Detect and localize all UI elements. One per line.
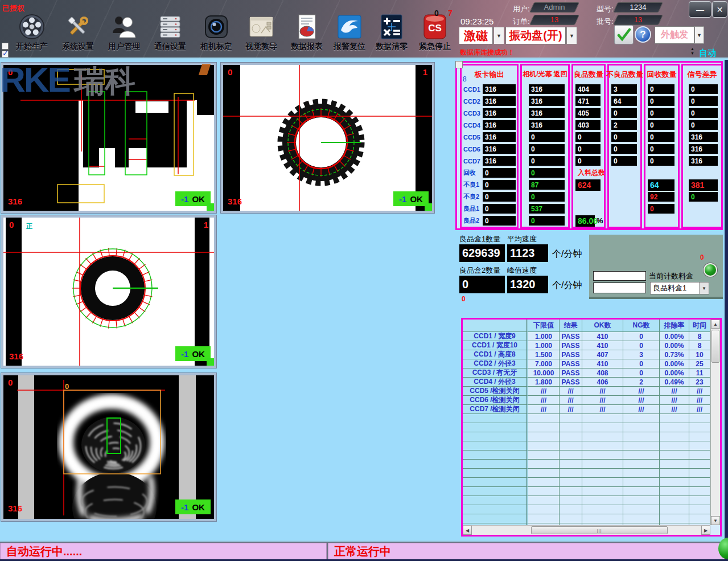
results-cell: /// <box>582 387 623 396</box>
cam3-result-badge: -1OK <box>175 346 211 361</box>
vision-teaching-button[interactable]: 视觉教导 <box>239 14 283 52</box>
results-item-name <box>463 460 528 469</box>
vscroll-thumb[interactable] <box>711 330 719 363</box>
minimize-button[interactable]: — <box>689 1 711 18</box>
stats-row: CCD7316 <box>462 155 517 167</box>
stats-row: 316 <box>683 155 721 167</box>
data-report-button[interactable]: 数据报表 <box>285 14 329 52</box>
stats-row: 0 <box>645 155 678 167</box>
results-row <box>463 478 710 487</box>
communication-settings-button[interactable]: 通信设置 <box>148 14 192 52</box>
results-cell: 0.00% <box>660 359 689 368</box>
results-cell: PASS <box>560 341 582 350</box>
stats-value: 0 <box>611 132 637 142</box>
stats-checkbox[interactable] <box>455 61 463 68</box>
scroll-left-arrow[interactable]: ◀ <box>463 526 472 535</box>
results-item-name <box>463 496 528 505</box>
results-cell <box>660 441 689 451</box>
reset-icon <box>336 14 363 40</box>
trigger-dropdown-arrow[interactable]: ▼ <box>694 26 704 44</box>
results-row <box>463 460 710 469</box>
results-cell: 23 <box>689 378 710 387</box>
results-item-name <box>463 441 528 451</box>
tool-label: 相机标定 <box>194 42 238 52</box>
results-hscrollbar[interactable]: ◀ ||| ▶ <box>463 525 710 535</box>
order-field: 13 <box>529 15 579 25</box>
stats-value: 316 <box>483 144 516 154</box>
results-cell <box>689 423 710 432</box>
results-cell <box>623 469 660 478</box>
results-cell <box>660 514 689 523</box>
stats-value: 0 <box>529 156 565 166</box>
results-vscrollbar[interactable]: ▲ ▼ <box>710 320 720 525</box>
stats-row: 0 <box>645 83 678 95</box>
results-item-name <box>463 451 528 460</box>
results-cell <box>689 460 710 469</box>
results-cell <box>582 432 623 441</box>
results-cell <box>528 505 560 514</box>
system-settings-button[interactable]: 系统设置 <box>56 14 100 52</box>
results-cell <box>689 514 710 523</box>
order-label: 订单: <box>513 17 530 27</box>
results-row <box>463 487 710 496</box>
vibration-dropdown-arrow[interactable]: ▼ <box>566 27 577 44</box>
vibration-plate-button[interactable]: 振动盘(开) <box>505 27 566 44</box>
tool-label: 数据报表 <box>285 42 329 52</box>
stats-group: 回收数量000000064920 <box>644 64 680 228</box>
results-row <box>463 505 710 514</box>
stats-group: 良品数量404471405403000入料总数62486.06% <box>571 64 606 228</box>
stats-value: 0 <box>611 156 637 166</box>
scroll-right-arrow[interactable]: ▶ <box>701 526 710 535</box>
user-management-button[interactable]: 用户管理 <box>102 14 146 52</box>
tray-input-1[interactable] <box>593 271 646 281</box>
stats-row: 0 <box>573 131 604 143</box>
results-cell: 0.00% <box>660 368 689 378</box>
box2-count-label: 良品盒2数量 <box>459 265 500 276</box>
stats-value: 0 <box>529 192 565 202</box>
tray-input-2[interactable] <box>593 282 646 293</box>
stats-row: 316 <box>522 83 568 95</box>
stats-value: 0 <box>529 216 565 226</box>
alarm-reset-button[interactable]: 报警复位 <box>327 14 372 52</box>
tool-label: 报警复位 <box>327 42 372 52</box>
camera-view-1: 0 316 -1OK <box>1 63 216 213</box>
stats-row: 良品20 <box>462 215 517 227</box>
hscroll-thumb[interactable]: ||| <box>531 526 668 534</box>
scroll-down-arrow[interactable]: ▼ <box>711 516 720 525</box>
stats-row: 404 <box>573 83 604 95</box>
results-cell <box>660 478 689 487</box>
excite-button[interactable]: 激磁 <box>459 27 493 44</box>
start-production-button[interactable]: 开始生产 <box>10 14 54 52</box>
help-button[interactable]: ? <box>635 26 651 43</box>
stats-value: 0 <box>689 108 718 118</box>
cam2-count: 316 <box>228 196 242 206</box>
auto-spinner[interactable]: ▲▼ <box>690 47 694 56</box>
results-cell <box>560 451 582 460</box>
stats-value: 0 <box>648 120 674 130</box>
trigger-mode-select[interactable]: 外触发 <box>655 26 694 44</box>
scroll-up-arrow[interactable]: ▲ <box>711 320 720 329</box>
stats-value: 3 <box>611 84 637 94</box>
results-cell <box>560 487 582 496</box>
stats-row-label: CCD7 <box>462 158 483 165</box>
data-clear-button[interactable]: 数据清零 <box>369 14 414 52</box>
close-button[interactable]: ✕ <box>712 1 727 18</box>
stats-value: 0 <box>575 144 601 154</box>
confirm-button[interactable] <box>614 25 634 44</box>
stats-row: 316 <box>522 119 568 131</box>
toolbar-checkbox-2[interactable]: ✓ <box>2 51 9 58</box>
camera-2-image <box>223 65 432 211</box>
results-cell: 8 <box>689 332 710 341</box>
results-cell <box>528 514 560 523</box>
stats-value: 0 <box>575 132 601 142</box>
vision-icon <box>248 14 274 40</box>
box1-count-label: 良品盒1数量 <box>459 234 500 244</box>
tray-select[interactable]: 良品料盒1 ▼ <box>650 282 709 294</box>
tray-select-arrow[interactable]: ▼ <box>699 282 709 294</box>
camera-calibration-button[interactable]: 相机标定 <box>194 14 238 52</box>
stats-row-label: 良品2 <box>462 216 483 225</box>
results-cell <box>528 478 560 487</box>
emergency-stop-button[interactable]: CS 紧急停止 <box>413 14 457 52</box>
stats-group: 信号差异00003163163163810 <box>681 64 723 228</box>
excite-dropdown-arrow[interactable]: ▼ <box>493 27 504 44</box>
